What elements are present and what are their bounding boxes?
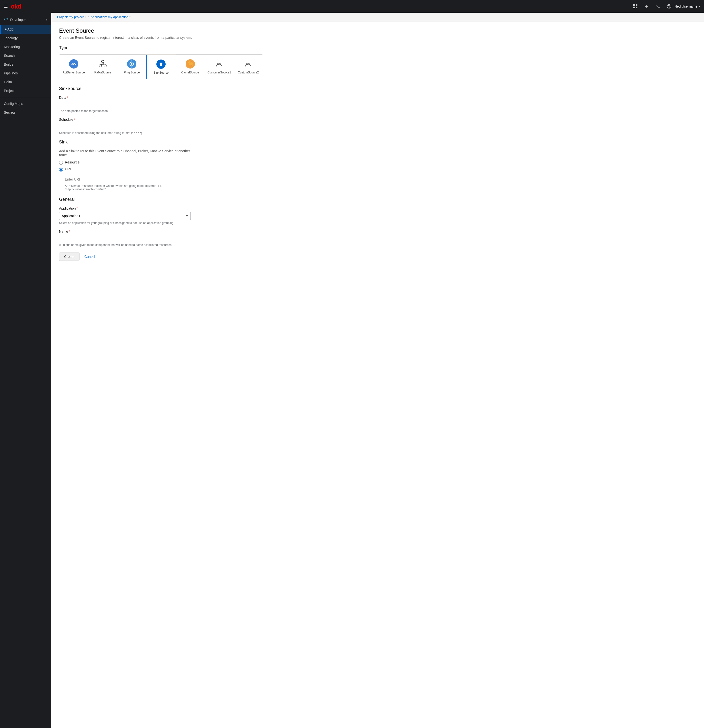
ping-source-icon: [127, 59, 137, 69]
customer-source1-label: CustomerSource1: [207, 71, 231, 74]
sidebar-secrets-label: Secrets: [4, 111, 15, 114]
type-card-sink-source[interactable]: SinkSource: [146, 54, 176, 79]
uri-input[interactable]: [65, 176, 191, 183]
data-field-hint: The data posted to the target function: [59, 109, 191, 113]
sidebar-item-project[interactable]: Project: [0, 87, 51, 95]
application-select[interactable]: Application1 my-application Unassigned: [59, 212, 191, 220]
name-field-group: Name * A unique name given to the compon…: [59, 230, 263, 247]
type-card-custom-source2[interactable]: CustomSource2: [234, 55, 263, 79]
application-field-label: Application *: [59, 207, 263, 210]
schedule-field-required-icon: *: [74, 118, 75, 121]
name-field-label: Name *: [59, 230, 263, 234]
uri-hint: A Universal Resource Indicator where eve…: [65, 184, 191, 191]
ping-source-label: Ping Source: [124, 71, 140, 74]
type-cards-container: </> ApiServerSource: [59, 54, 263, 79]
name-required-icon: *: [69, 230, 70, 234]
breadcrumb-project-label: Project:: [57, 15, 68, 19]
terminal-icon-button[interactable]: [655, 3, 661, 10]
type-section-title: Type: [59, 45, 263, 51]
application-field-hint: Select an application for your grouping …: [59, 221, 191, 225]
sink-uri-option[interactable]: URI: [59, 167, 263, 172]
sink-uri-label: URI: [65, 167, 71, 171]
svg-rect-0: [633, 4, 635, 6]
svg-rect-2: [633, 7, 635, 8]
svg-point-27: [219, 63, 221, 65]
application-field-group: Application * Application1 my-applicatio…: [59, 207, 263, 225]
sidebar-item-helm[interactable]: Helm: [0, 78, 51, 87]
svg-point-13: [99, 65, 101, 67]
sink-radio-group: Resource URI A Universal Resource Indica…: [59, 160, 263, 191]
schedule-field-group: Schedule * Schedule is described using t…: [59, 118, 263, 135]
main-layout: Developer ▾ + Add Topology Monitoring Se…: [0, 13, 704, 728]
sidebar-item-monitoring[interactable]: Monitoring: [0, 42, 51, 51]
general-section: General Application * Application1 my-ap…: [59, 197, 263, 247]
hamburger-menu[interactable]: ☰: [4, 4, 8, 9]
page-subtitle: Create an Event Source to register inter…: [59, 36, 263, 39]
type-card-api-server-source[interactable]: </> ApiServerSource: [59, 55, 88, 79]
sidebar-add-label: + Add: [4, 27, 13, 31]
sidebar-pipelines-label: Pipelines: [4, 71, 18, 75]
sidebar-item-builds[interactable]: Builds: [0, 60, 51, 69]
page-content: Event Source Create an Event Source to r…: [51, 22, 271, 267]
svg-line-16: [103, 63, 104, 65]
svg-point-14: [104, 65, 106, 67]
plus-icon-button[interactable]: [643, 3, 650, 10]
data-field-input[interactable]: [59, 101, 191, 108]
sidebar-item-config-maps[interactable]: Config Maps: [0, 99, 51, 108]
sidebar-item-topology[interactable]: Topology: [0, 34, 51, 42]
type-card-ping-source[interactable]: Ping Source: [117, 55, 146, 79]
action-buttons-row: Create Cancel: [59, 253, 263, 261]
sidebar-item-secrets[interactable]: Secrets: [0, 108, 51, 117]
sink-resource-option[interactable]: Resource: [59, 160, 263, 165]
svg-rect-5: [645, 6, 648, 7]
developer-icon: [4, 17, 8, 22]
breadcrumb-app-chevron-icon: ▾: [129, 16, 130, 18]
customer-source1-icon: [214, 59, 224, 69]
schedule-field-label: Schedule *: [59, 118, 263, 121]
breadcrumb-project[interactable]: Project: my-project ▾: [57, 15, 86, 19]
name-field-input[interactable]: [59, 235, 191, 242]
grid-icon-button[interactable]: [632, 3, 639, 10]
type-card-camel-source[interactable]: 🐪 CamelSource: [176, 55, 205, 79]
sink-resource-radio[interactable]: [59, 161, 63, 165]
sidebar-item-add[interactable]: + Add: [0, 25, 51, 34]
sidebar-divider: [0, 97, 51, 97]
application-required-icon: *: [76, 207, 78, 210]
user-menu[interactable]: Ned Username ▾: [675, 4, 700, 8]
sidebar-builds-label: Builds: [4, 62, 13, 66]
sink-resource-label: Resource: [65, 160, 79, 164]
data-field-label: Data *: [59, 95, 263, 100]
sink-source-icon: [156, 59, 166, 69]
kafka-source-icon: [98, 59, 108, 69]
type-card-customer-source1[interactable]: CustomerSource1: [205, 55, 234, 79]
sidebar-search-label: Search: [4, 54, 14, 58]
developer-label: Developer: [10, 18, 26, 22]
cancel-button[interactable]: Cancel: [84, 253, 96, 261]
sink-section-description: Add a Sink to route this Event Source to…: [59, 149, 191, 157]
sidebar-item-search[interactable]: Search: [0, 51, 51, 60]
user-chevron-icon: ▾: [699, 5, 700, 8]
kafka-source-label: KafkaSource: [94, 71, 111, 74]
data-field-group: Data * The data posted to the target fun…: [59, 95, 263, 113]
breadcrumb-separator: /: [88, 15, 89, 19]
svg-rect-1: [636, 4, 638, 6]
sink-section: Sink Add a Sink to route this Event Sour…: [59, 140, 263, 191]
svg-text:</>: </>: [71, 62, 76, 66]
developer-section-header[interactable]: Developer ▾: [0, 14, 51, 25]
content-area: Project: my-project ▾ / Application: my-…: [51, 13, 704, 728]
sidebar-config-maps-label: Config Maps: [4, 102, 23, 105]
sidebar-helm-label: Helm: [4, 80, 12, 84]
schedule-field-hint: Schedule is described using the unix-cro…: [59, 131, 191, 135]
type-card-kafka-source[interactable]: KafkaSource: [88, 55, 117, 79]
breadcrumb-application[interactable]: Application: my-application ▾: [91, 15, 130, 19]
sidebar-item-pipelines[interactable]: Pipelines: [0, 69, 51, 78]
svg-rect-3: [636, 7, 638, 8]
create-button[interactable]: Create: [59, 253, 79, 261]
sink-uri-radio[interactable]: [59, 168, 63, 172]
help-icon-button[interactable]: [666, 3, 672, 10]
schedule-field-input[interactable]: [59, 123, 191, 130]
api-server-source-label: ApiServerSource: [63, 71, 85, 74]
svg-point-29: [248, 63, 250, 65]
nav-icon-group: [632, 3, 672, 10]
sidebar: Developer ▾ + Add Topology Monitoring Se…: [0, 13, 51, 728]
